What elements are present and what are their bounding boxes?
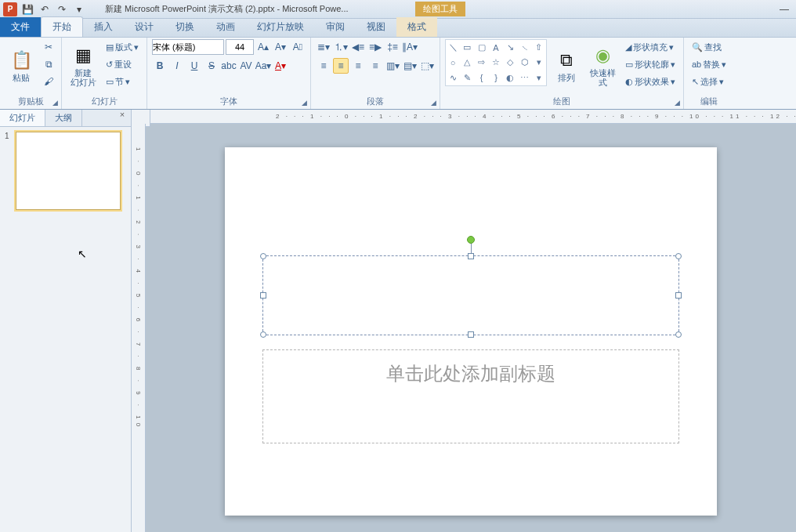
minimize-button[interactable]: —	[772, 2, 796, 17]
font-color-icon[interactable]: A▾	[273, 58, 288, 74]
slide[interactable]: 单击此处添加副标题	[225, 147, 717, 516]
font-name-select[interactable]	[152, 39, 224, 55]
change-case-icon[interactable]: Aa▾	[255, 58, 271, 74]
tab-view[interactable]: 视图	[356, 17, 396, 37]
font-launcher-icon[interactable]: ◢	[299, 98, 309, 107]
numbering-icon[interactable]: ⒈▾	[333, 39, 349, 55]
resize-handle-ne[interactable]	[675, 253, 682, 259]
shape-oval-icon[interactable]: ○	[446, 55, 460, 70]
shadow-icon[interactable]: abc	[221, 58, 237, 74]
canvas[interactable]: 单击此处添加副标题	[146, 124, 796, 532]
align-text-icon[interactable]: ▤▾	[402, 58, 418, 74]
rotation-handle[interactable]	[467, 236, 475, 244]
decrease-font-icon[interactable]: A▾	[273, 39, 288, 55]
shape-outline-button[interactable]: ▭ 形状轮廓 ▾	[622, 56, 678, 72]
tab-design[interactable]: 设计	[124, 17, 165, 37]
font-size-select[interactable]	[226, 39, 254, 55]
tab-review[interactable]: 审阅	[315, 17, 356, 37]
shape-connector-icon[interactable]: ↘	[503, 40, 517, 55]
shape-tri-icon[interactable]: △	[460, 55, 474, 70]
thumbnail-item[interactable]: 1	[5, 132, 126, 210]
shape-effects-button[interactable]: ◐ 形状效果 ▾	[622, 74, 678, 89]
shape-diamond-icon[interactable]: ◇	[503, 55, 517, 70]
tab-transitions[interactable]: 切换	[165, 17, 205, 37]
shape-fill-button[interactable]: ◢ 形状填充 ▾	[622, 39, 678, 55]
select-button[interactable]: ↖ 选择 ▾	[689, 74, 729, 89]
tab-file[interactable]: 文件	[0, 17, 41, 37]
tab-home[interactable]: 开始	[41, 16, 83, 37]
strike-icon[interactable]: S	[204, 58, 219, 74]
app-icon[interactable]: P	[3, 2, 17, 16]
shape-scroll-icon[interactable]: ▾	[532, 55, 546, 70]
shapes-gallery[interactable]: ＼▭▢A↘⟍⇧ ○△⇨☆◇⬡▾ ∿✎{}◐⋯▾	[445, 39, 547, 86]
line-spacing-icon[interactable]: ‡≡	[385, 39, 400, 55]
shape-brace2-icon[interactable]: }	[489, 71, 503, 85]
decrease-indent-icon[interactable]: ◀≡	[350, 39, 366, 55]
subtitle-placeholder[interactable]: 单击此处添加副标题	[262, 349, 679, 443]
italic-icon[interactable]: I	[169, 58, 185, 74]
undo-icon[interactable]: ↶	[38, 2, 52, 16]
tab-format[interactable]: 格式	[396, 17, 437, 37]
horizontal-ruler[interactable]	[150, 110, 796, 124]
shape-more-icon[interactable]: ⋯	[517, 71, 531, 85]
section-button[interactable]: ▭ 节 ▾	[103, 74, 142, 89]
arrange-button[interactable]: ⧉ 排列	[550, 39, 583, 91]
underline-icon[interactable]: U	[186, 58, 202, 74]
align-center-icon[interactable]: ≡	[333, 58, 349, 74]
panel-tab-outline[interactable]: 大纲	[45, 110, 82, 126]
vertical-ruler[interactable]	[132, 124, 146, 532]
copy-icon[interactable]: ⧉	[41, 56, 56, 72]
title-placeholder[interactable]	[262, 255, 679, 335]
resize-handle-s[interactable]	[468, 331, 474, 338]
replace-button[interactable]: ab 替换 ▾	[689, 56, 729, 72]
shape-expand-icon[interactable]: ▾	[532, 71, 546, 85]
drawing-launcher-icon[interactable]: ◢	[672, 98, 682, 107]
shape-line2-icon[interactable]: ⟍	[517, 40, 531, 55]
shape-rect-icon[interactable]: ▭	[460, 40, 474, 55]
tab-animations[interactable]: 动画	[205, 17, 246, 37]
shape-brace-icon[interactable]: {	[475, 71, 489, 85]
shape-free-icon[interactable]: ✎	[460, 71, 474, 85]
shape-star-icon[interactable]: ☆	[489, 55, 503, 70]
format-painter-icon[interactable]: 🖌	[41, 74, 56, 89]
shape-curve-icon[interactable]: ∿	[446, 71, 460, 85]
paragraph-launcher-icon[interactable]: ◢	[429, 98, 438, 107]
shape-callout-icon[interactable]: ◐	[503, 71, 517, 85]
shape-roundrect-icon[interactable]: ▢	[475, 40, 489, 55]
thumbnail-preview[interactable]	[16, 132, 121, 210]
shape-text-icon[interactable]: A	[489, 40, 503, 55]
resize-handle-e[interactable]	[675, 292, 682, 299]
quick-styles-button[interactable]: ◉ 快速样式	[586, 39, 619, 91]
align-left-icon[interactable]: ≡	[316, 58, 331, 74]
shape-hex-icon[interactable]: ⬡	[517, 55, 531, 70]
panel-close-icon[interactable]: ×	[114, 110, 131, 126]
bullets-icon[interactable]: ≣▾	[316, 39, 331, 55]
cut-icon[interactable]: ✂	[41, 39, 56, 55]
resize-handle-sw[interactable]	[260, 331, 266, 338]
tab-slideshow[interactable]: 幻灯片放映	[246, 17, 315, 37]
smartart-icon[interactable]: ⬚▾	[419, 58, 435, 74]
clipboard-launcher-icon[interactable]: ◢	[50, 98, 60, 107]
shape-arrow-up-icon[interactable]: ⇧	[532, 40, 546, 55]
panel-tab-slides[interactable]: 幻灯片	[0, 110, 45, 126]
shape-line-icon[interactable]: ＼	[446, 40, 460, 55]
save-icon[interactable]: 💾	[20, 2, 34, 16]
bold-icon[interactable]: B	[152, 58, 168, 74]
resize-handle-n[interactable]	[468, 253, 474, 259]
text-direction-icon[interactable]: ∥A▾	[402, 39, 418, 55]
align-right-icon[interactable]: ≡	[350, 58, 366, 74]
redo-icon[interactable]: ↷	[55, 2, 69, 16]
shape-arrow-icon[interactable]: ⇨	[475, 55, 489, 70]
resize-handle-se[interactable]	[675, 331, 682, 338]
increase-indent-icon[interactable]: ≡▶	[367, 39, 383, 55]
reset-button[interactable]: ↺ 重设	[103, 56, 142, 72]
new-slide-button[interactable]: ▦ 新建 幻灯片	[67, 39, 100, 91]
layout-button[interactable]: ▤ 版式 ▾	[103, 39, 142, 55]
resize-handle-nw[interactable]	[260, 253, 266, 259]
clear-format-icon[interactable]: A⃠	[290, 39, 306, 55]
justify-icon[interactable]: ≡	[367, 58, 383, 74]
qat-dropdown-icon[interactable]: ▾	[72, 2, 86, 16]
paste-button[interactable]: 📋 粘贴	[5, 39, 38, 91]
char-spacing-icon[interactable]: AV	[238, 58, 254, 74]
columns-icon[interactable]: ▥▾	[385, 58, 400, 74]
